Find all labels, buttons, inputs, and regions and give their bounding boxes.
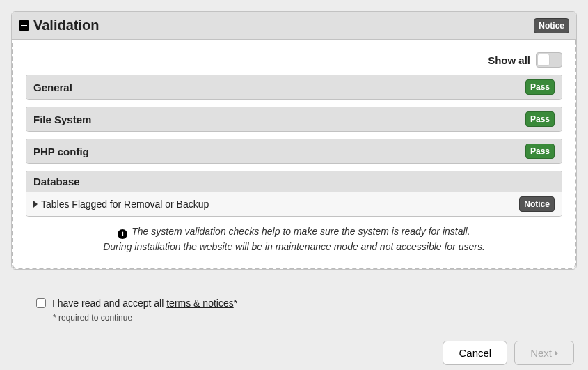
panel-body: Show all General Pass File System Pass	[12, 40, 576, 269]
caret-right-icon	[33, 201, 38, 208]
section-title: File System	[33, 114, 91, 125]
accept-checkbox[interactable]	[36, 298, 46, 308]
show-all-row: Show all	[26, 52, 562, 68]
panel-title: Validation	[33, 17, 99, 33]
info-icon: i	[118, 229, 127, 239]
collapse-icon[interactable]	[19, 20, 29, 31]
accept-text-pre: I have read and accept all	[52, 298, 166, 309]
next-button[interactable]: Next	[514, 341, 574, 365]
section-header-general[interactable]: General Pass	[26, 75, 562, 99]
next-button-label: Next	[530, 347, 552, 359]
row-label: Tables Flagged for Removal or Backup	[41, 199, 209, 210]
status-badge: Notice	[519, 196, 555, 212]
section-header-database[interactable]: Database	[26, 171, 562, 192]
help-line-1: The system validation checks help to mak…	[132, 226, 470, 237]
section-file-system: File System Pass	[26, 107, 562, 132]
accept-block: I have read and accept all terms & notic…	[33, 296, 577, 323]
validation-panel: Validation Notice Show all General Pass …	[11, 11, 577, 270]
footer-buttons: Cancel Next	[11, 341, 577, 365]
overall-status-badge: Notice	[534, 18, 569, 33]
status-badge: Pass	[525, 111, 555, 127]
chevron-right-icon	[555, 350, 558, 356]
accept-text-post: *	[234, 298, 237, 309]
status-badge: Pass	[525, 79, 555, 95]
help-block: i The system validation checks help to m…	[26, 224, 562, 255]
section-database: Database Tables Flagged for Removal or B…	[26, 171, 562, 217]
panel-header: Validation Notice	[12, 12, 576, 40]
help-line-2: During installation the website will be …	[26, 239, 562, 254]
accept-note: * required to continue	[53, 313, 577, 323]
section-row-tables-flagged[interactable]: Tables Flagged for Removal or Backup Not…	[26, 192, 562, 216]
accept-line[interactable]: I have read and accept all terms & notic…	[33, 296, 577, 310]
terms-link[interactable]: terms & notices	[166, 298, 233, 309]
show-all-label: Show all	[488, 54, 530, 66]
status-badge: Pass	[525, 144, 555, 159]
section-php-config: PHP config Pass	[26, 139, 562, 164]
section-title: General	[33, 82, 72, 93]
section-header-php-config[interactable]: PHP config Pass	[26, 139, 562, 163]
section-general: General Pass	[26, 75, 562, 100]
section-title: PHP config	[33, 146, 89, 157]
section-header-file-system[interactable]: File System Pass	[26, 107, 562, 131]
cancel-button[interactable]: Cancel	[443, 341, 507, 365]
show-all-toggle[interactable]	[536, 52, 562, 68]
section-title: Database	[33, 176, 80, 187]
